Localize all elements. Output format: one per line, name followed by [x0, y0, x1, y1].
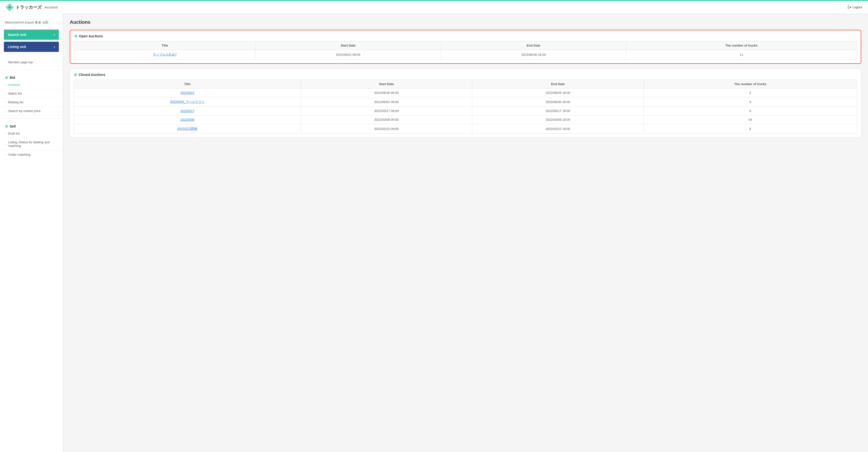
- sidebar-divider-3: [4, 118, 59, 119]
- bid-diamond-icon: [5, 76, 8, 79]
- logout-icon: [848, 5, 851, 9]
- auction-title-link[interactable]: サンプル入札会7: [153, 53, 177, 56]
- auction-truck-count: 11: [626, 50, 857, 59]
- auction-end-date: 2022/02/22 18:00: [472, 124, 644, 134]
- auction-start-date: 2022/03/08 09:00: [301, 115, 472, 124]
- auction-end-date: 2022/05/17 18:00: [472, 107, 644, 115]
- chevron-right-icon: ›: [54, 32, 55, 37]
- auction-title-cell[interactable]: 20220630_ラベルテスト: [74, 97, 301, 107]
- col-end-date: End Date: [441, 41, 626, 50]
- svg-marker-8: [75, 35, 76, 37]
- main-content: Auctions Open Auctions Title Start Date …: [63, 13, 868, 452]
- auction-end-date: 2022/08/30 18:00: [472, 97, 644, 107]
- page-title: Auctions: [70, 20, 861, 25]
- sidebar-item-bidding-list[interactable]: › Bidding list: [0, 98, 63, 107]
- table-row: 20220222開催 2022/02/22 09:00 2022/02/22 1…: [74, 124, 857, 134]
- auction-title-cell[interactable]: 20220823: [74, 88, 301, 97]
- auction-title-link[interactable]: 20220517: [180, 109, 194, 113]
- chevron-right-icon: ›: [6, 92, 7, 95]
- auction-truck-count: 5: [644, 107, 857, 115]
- col-start-date: Start Date: [301, 80, 472, 88]
- auction-start-date: 2022/08/16 09:00: [301, 88, 472, 97]
- logout-button[interactable]: Logout: [848, 5, 862, 9]
- chevron-right-icon: ›: [6, 83, 7, 86]
- auction-end-date: 2022/03/08 18:00: [472, 115, 644, 124]
- sidebar-item-watch-list[interactable]: › Watch list: [0, 89, 63, 98]
- welcome-text: WelcomeAAA Export 業者 太郎: [0, 19, 63, 29]
- search-unit-button[interactable]: Search unit ›: [4, 30, 59, 40]
- logo-text: トラッカーズ: [16, 4, 42, 10]
- chevron-right-icon: ›: [54, 45, 55, 49]
- logo-diamond-icon: [6, 3, 13, 11]
- closed-auctions-section: Closed Auctions Title Start Date End Dat…: [70, 68, 861, 138]
- auction-title-cell[interactable]: 20220517: [74, 107, 301, 115]
- auction-title-link[interactable]: 20220823: [180, 91, 194, 94]
- sell-diamond-icon: [5, 125, 8, 128]
- auction-title-cell[interactable]: 20220308: [74, 115, 301, 124]
- sidebar-divider-1: [4, 55, 59, 55]
- sidebar-item-listing-status[interactable]: › Listing /Status for bidding and matchi…: [0, 138, 63, 150]
- sell-section-label: Sell: [0, 121, 63, 129]
- svg-marker-10: [75, 74, 76, 76]
- listing-unit-button[interactable]: Listing unit ›: [4, 42, 59, 52]
- chevron-right-icon: ›: [6, 132, 7, 135]
- sidebar-item-under-matching[interactable]: › Under matching: [0, 150, 63, 159]
- col-start-date: Start Date: [255, 41, 441, 50]
- open-auctions-table: Title Start Date End Date The number of …: [74, 41, 857, 59]
- sidebar-item-search-by-market-price[interactable]: › Search by market price: [0, 107, 63, 115]
- chevron-right-icon: ›: [6, 101, 7, 104]
- bid-section-label: Bid: [0, 73, 63, 81]
- auction-truck-count: 8: [644, 97, 857, 107]
- auction-title-cell[interactable]: サンプル入札会7: [74, 50, 255, 59]
- col-truck-count: The number of trucks: [644, 80, 857, 88]
- table-row: 20220630_ラベルテスト 2022/06/01 09:00 2022/08…: [74, 97, 857, 107]
- auction-truck-count: 2: [644, 88, 857, 97]
- auction-start-date: 2022/05/17 09:00: [301, 107, 472, 115]
- open-auctions-section: Open Auctions Title Start Date End Date …: [70, 30, 861, 64]
- closed-auctions-diamond-icon: [74, 73, 77, 76]
- auction-title-link[interactable]: 20220308: [180, 118, 194, 121]
- auction-start-date: 2022/06/01 09:00: [301, 97, 472, 107]
- open-auctions-header: Open Auctions: [74, 34, 857, 38]
- sidebar: WelcomeAAA Export 業者 太郎 Search unit › Li…: [0, 13, 63, 452]
- chevron-right-icon: ›: [6, 61, 7, 64]
- auction-title-link[interactable]: 20220630_ラベルテスト: [170, 100, 205, 104]
- chevron-right-icon: ›: [6, 110, 7, 113]
- closed-auctions-header: Closed Auctions: [74, 73, 857, 77]
- sidebar-divider-2: [4, 69, 59, 70]
- chevron-right-icon: ›: [6, 153, 7, 156]
- svg-marker-4: [6, 77, 7, 78]
- logo-area: トラッカーズ Account: [6, 3, 58, 11]
- table-row: 20220823 2022/08/16 09:00 2022/08/25 18:…: [74, 88, 857, 97]
- col-title: Title: [74, 80, 301, 88]
- sidebar-item-draft-list[interactable]: › Draft list: [0, 129, 63, 138]
- col-title: Title: [74, 41, 255, 50]
- auction-title-link[interactable]: 20220222開催: [177, 127, 197, 131]
- open-auctions-diamond-icon: [74, 34, 78, 38]
- col-truck-count: The number of trucks: [626, 41, 857, 50]
- svg-marker-6: [6, 125, 7, 127]
- auction-title-cell[interactable]: 20220222開催: [74, 124, 301, 134]
- table-row: 20220517 2022/05/17 09:00 2022/05/17 18:…: [74, 107, 857, 115]
- auction-end-date: 2022/08/25 18:00: [472, 88, 644, 97]
- auction-start-date: 2022/02/22 09:00: [301, 124, 472, 134]
- closed-auctions-table: Title Start Date End Date The number of …: [74, 80, 857, 134]
- chevron-right-icon: ›: [6, 143, 7, 145]
- header: トラッカーズ Account Logout: [0, 0, 868, 13]
- auction-start-date: 2022/06/01 09:00: [255, 50, 441, 59]
- layout: WelcomeAAA Export 業者 太郎 Search unit › Li…: [0, 13, 868, 452]
- auction-end-date: 2023/06/30 18:00: [441, 50, 626, 59]
- logout-label: Logout: [852, 5, 862, 9]
- auction-truck-count: 6: [644, 124, 857, 134]
- col-end-date: End Date: [472, 80, 644, 88]
- sidebar-item-auctions[interactable]: › Auctions: [0, 81, 63, 89]
- header-account: Account: [44, 5, 58, 9]
- table-row: 20220308 2022/03/08 09:00 2022/03/08 18:…: [74, 115, 857, 124]
- auction-truck-count: 54: [644, 115, 857, 124]
- sidebar-item-member-page-top[interactable]: › Member page top: [0, 58, 63, 67]
- table-row: サンプル入札会7 2022/06/01 09:00 2023/06/30 18:…: [74, 50, 857, 59]
